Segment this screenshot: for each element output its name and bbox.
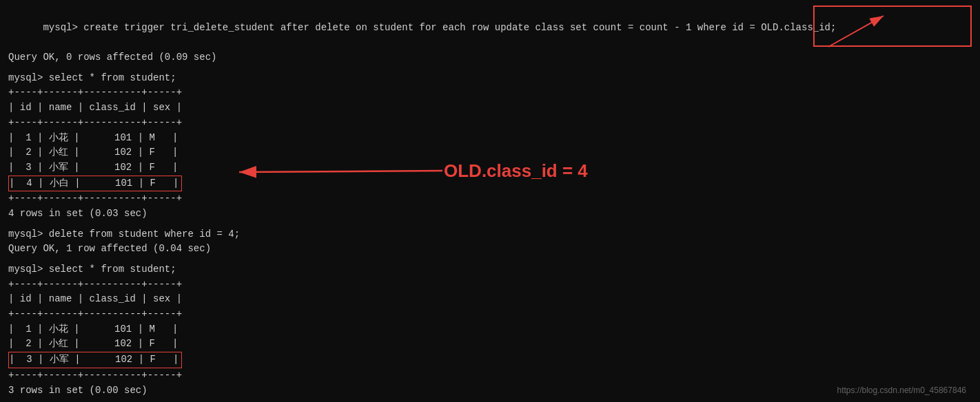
cmd-line-2: mysql> select * from student; [8,71,972,86]
first-table: +----+------+----------+-----+ | id | na… [8,85,182,221]
old-class-id-label: OLD.class_id = 4 [444,157,588,184]
second-table: +----+------+----------+-----+ | id | na… [8,277,182,399]
url-watermark: https://blog.csdn.net/m0_45867846 [837,385,966,395]
cmd-line-4: mysql> select * from student; [8,262,972,277]
prompt-1: mysql> [43,22,83,33]
terminal-container: mysql> create trigger tri_delete_student… [0,0,980,402]
cmd-line-3: mysql> delete from student where id = 4; [8,227,972,242]
highlighted-row-3: | 3 | 小军 | 102 | F | [8,352,182,368]
terminal-section: mysql> create trigger tri_delete_student… [8,6,972,398]
ok-line-2: Query OK, 1 row affected (0.04 sec) [8,242,972,257]
svg-line-2 [239,171,442,172]
cmd-create-trigger: create trigger tri_delete_student after … [83,22,697,33]
ok-line-1: Query OK, 0 rows affected (0.09 sec) [8,50,972,65]
where-clause: where id = OLD.class_id; [697,22,837,33]
cmd-line-1: mysql> create trigger tri_delete_student… [8,6,972,50]
highlighted-row-4: | 4 | 小白 | 101 | F | [8,176,182,192]
